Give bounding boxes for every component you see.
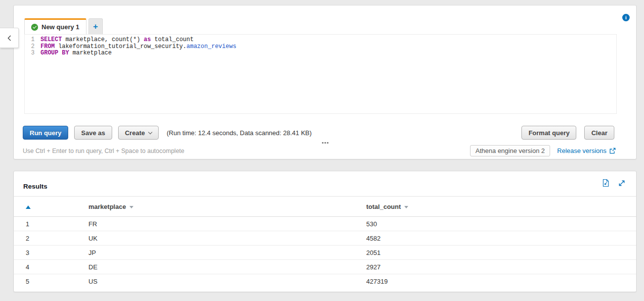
- row-number: 3: [26, 249, 88, 256]
- cell-total-count: 427319: [366, 278, 636, 285]
- format-query-label: Format query: [528, 129, 569, 137]
- row-number: 1: [26, 220, 88, 228]
- results-actions: [602, 179, 626, 187]
- code-line-2: 2FROM lakeformation_tutorial_row_securit…: [25, 44, 616, 50]
- query-tab-bar: New query 1 +: [24, 18, 103, 34]
- cell-total-count: 530: [366, 220, 636, 228]
- footer-right-group: Athena engine version 2 Release versions: [470, 145, 616, 156]
- results-table-header: marketplace total_count: [14, 196, 636, 217]
- cell-total-count: 4582: [366, 235, 636, 242]
- row-number: 5: [26, 278, 88, 285]
- line-number: 2: [25, 44, 35, 50]
- code-text: FROM lakeformation_tutorial_row_security…: [35, 44, 236, 50]
- table-row: 1 FR 530: [14, 217, 636, 231]
- status-check-icon: [31, 24, 38, 31]
- run-query-button[interactable]: Run query: [23, 126, 68, 140]
- column-menu-caret-icon[interactable]: [404, 206, 408, 208]
- chevron-down-icon: [148, 130, 152, 134]
- query-run-stats: (Run time: 12.4 seconds, Data scanned: 2…: [167, 129, 311, 137]
- line-number: 3: [25, 50, 35, 57]
- sql-text: marketplace, count(*): [62, 36, 144, 43]
- download-file-icon: [602, 179, 609, 187]
- sort-ascending-icon[interactable]: [26, 205, 31, 209]
- create-label: Create: [125, 129, 145, 137]
- format-query-button[interactable]: Format query: [521, 126, 576, 140]
- code-text: GROUP BY marketplace: [35, 50, 112, 57]
- chevron-left-icon: [6, 35, 12, 42]
- add-tab-button[interactable]: +: [88, 18, 103, 34]
- plus-icon: +: [93, 22, 98, 32]
- info-icon[interactable]: i: [622, 14, 630, 21]
- column-header-total-count[interactable]: total_count: [366, 203, 636, 210]
- results-header: Results: [14, 171, 636, 196]
- code-line-1: 1SELECT marketplace, count(*) as total_c…: [25, 37, 616, 44]
- sql-text: marketplace: [69, 50, 112, 56]
- cell-total-count: 2927: [366, 263, 636, 271]
- line-number: 1: [25, 37, 35, 44]
- table-row: 3 JP 2051: [14, 246, 636, 260]
- editor-toolbar: Run query Save as Create (Run time: 12.4…: [23, 126, 614, 140]
- table-row: 5 US 427319: [14, 274, 636, 289]
- panel-resize-handle[interactable]: [320, 141, 330, 145]
- tab-new-query-1[interactable]: New query 1: [24, 18, 86, 34]
- toolbar-right-group: Format query Clear: [521, 126, 614, 140]
- row-number: 2: [26, 235, 88, 242]
- row-number: 4: [26, 263, 88, 271]
- sql-keyword: FROM: [41, 43, 55, 50]
- column-menu-caret-icon[interactable]: [129, 206, 133, 208]
- cell-marketplace: DE: [88, 263, 366, 271]
- sql-text: total_count: [151, 36, 193, 43]
- download-results-button[interactable]: [602, 179, 609, 187]
- sidebar-collapse-toggle[interactable]: [0, 28, 19, 48]
- code-line-3: 3GROUP BY marketplace: [25, 50, 616, 57]
- sql-keyword: SELECT: [41, 36, 62, 43]
- table-row: 2 UK 4582: [14, 231, 636, 246]
- expand-icon: [618, 179, 626, 187]
- editor-footer: Use Ctrl + Enter to run query, Ctrl + Sp…: [23, 145, 616, 156]
- cell-total-count: 2051: [366, 249, 636, 256]
- cell-marketplace: JP: [88, 249, 366, 256]
- expand-results-button[interactable]: [618, 179, 626, 187]
- results-title: Results: [23, 183, 47, 190]
- results-panel: Results market: [13, 171, 637, 292]
- sql-keyword: GROUP BY: [41, 50, 69, 56]
- save-as-label: Save as: [81, 129, 105, 137]
- column-header-marketplace[interactable]: marketplace: [88, 203, 366, 210]
- tab-label: New query 1: [42, 23, 80, 31]
- sql-table-reference: amazon_reviews: [186, 43, 236, 50]
- save-as-button[interactable]: Save as: [74, 126, 112, 140]
- clear-label: Clear: [591, 129, 607, 137]
- release-versions-link[interactable]: Release versions: [557, 147, 616, 154]
- query-editor-panel: i New query 1 + 1SELECT marketplace, cou…: [13, 5, 637, 159]
- cell-marketplace: UK: [88, 235, 366, 242]
- clear-button[interactable]: Clear: [584, 126, 614, 140]
- external-link-icon: [609, 148, 616, 154]
- create-dropdown-button[interactable]: Create: [118, 126, 159, 140]
- sql-editor[interactable]: 1SELECT marketplace, count(*) as total_c…: [24, 34, 617, 114]
- run-query-label: Run query: [30, 129, 61, 137]
- release-versions-label: Release versions: [557, 147, 606, 154]
- sql-keyword: as: [144, 36, 151, 43]
- sql-text: lakeformation_tutorial_row_security.: [55, 43, 186, 50]
- row-number-header: [26, 203, 88, 210]
- column-label: total_count: [366, 203, 401, 210]
- code-text: SELECT marketplace, count(*) as total_co…: [35, 37, 194, 44]
- cell-marketplace: FR: [88, 220, 366, 228]
- column-label: marketplace: [88, 203, 126, 210]
- keyboard-hint: Use Ctrl + Enter to run query, Ctrl + Sp…: [23, 148, 184, 154]
- engine-version-badge: Athena engine version 2: [470, 145, 550, 156]
- cell-marketplace: US: [88, 278, 366, 285]
- table-row: 4 DE 2927: [14, 260, 636, 274]
